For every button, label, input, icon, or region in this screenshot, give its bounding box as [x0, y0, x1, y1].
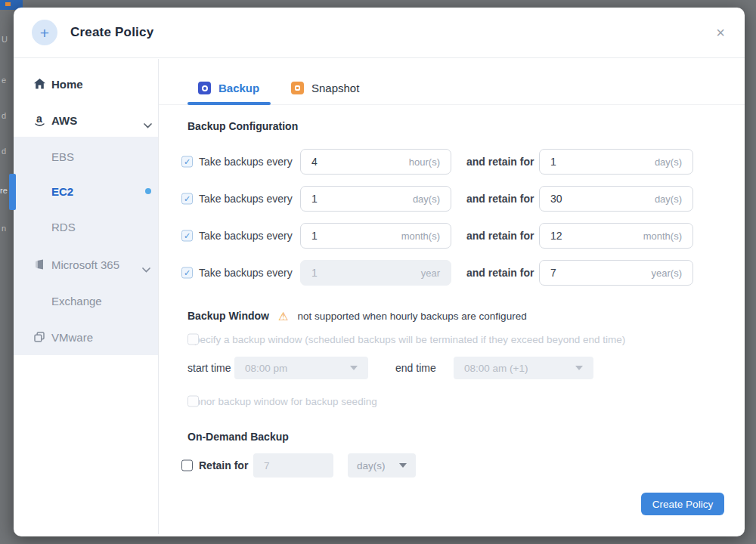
sidebar-item-vmware[interactable]: VMware [14, 326, 157, 348]
backdrop-text: d [2, 147, 6, 156]
retention-unit: year(s) [652, 267, 682, 279]
chevron-down-icon [144, 118, 152, 131]
chevron-down-icon [142, 262, 150, 276]
retention-unit: day(s) [655, 156, 682, 168]
start-time-select: 08:00 pm [234, 357, 368, 379]
interval-unit: day(s) [413, 193, 440, 205]
backdrop-text: n [2, 224, 6, 233]
retention-input[interactable]: 12 month(s) [539, 223, 693, 249]
interval-input[interactable]: 1 month(s) [300, 223, 451, 249]
vmware-icon [32, 332, 47, 342]
sidebar-item-label: EC2 [51, 185, 73, 198]
on-demand-retain-label: Retain for [199, 459, 248, 471]
home-icon [32, 79, 47, 89]
sidebar-item-ec2[interactable]: EC2 [14, 180, 157, 202]
sidebar-item-home[interactable]: Home [14, 73, 157, 95]
backdrop-fragment-accent [5, 2, 11, 6]
caret-down-icon [575, 366, 583, 370]
specify-backup-window-row: Specify a backup window (scheduled backu… [187, 332, 625, 346]
retention-unit: month(s) [643, 230, 682, 242]
backup-window-warning-text: not supported when hourly backups are co… [297, 311, 526, 322]
backup-icon [198, 82, 211, 94]
backup-window-times-row: start time 08:00 pm end time 08:00 am (+… [159, 356, 745, 380]
sidebar-subsection-background [14, 137, 158, 355]
sidebar-item-aws[interactable]: a AWS [14, 109, 157, 131]
sidebar-item-label: AWS [51, 114, 77, 127]
create-policy-button[interactable]: Create Policy [641, 493, 724, 515]
on-demand-retain-value: 7 [264, 460, 270, 471]
retention-input[interactable]: 30 day(s) [539, 186, 693, 212]
retention-value: 30 [550, 193, 562, 205]
tab-snapshot[interactable]: Snapshot [291, 82, 359, 94]
backup-schedule-row: ✓ Take backups every 1 month(s) and reta… [159, 223, 745, 249]
caret-down-icon [399, 463, 407, 468]
interval-input[interactable]: 1 day(s) [300, 186, 451, 212]
specify-window-checkbox [187, 334, 199, 345]
sidebar-item-exchange[interactable]: Exchange [14, 289, 157, 312]
sidebar-item-rds[interactable]: RDS [14, 215, 157, 238]
interval-unit: year [421, 267, 440, 279]
sidebar-item-microsoft-365[interactable]: Microsoft 365 [14, 253, 157, 276]
retain-label: and retain for [466, 156, 534, 168]
plus-icon: + [32, 20, 57, 45]
sidebar-item-label: Microsoft 365 [51, 258, 119, 271]
specify-window-label: Specify a backup window (scheduled backu… [187, 334, 625, 345]
retention-input[interactable]: 1 day(s) [539, 149, 693, 175]
tab-backup[interactable]: Backup [198, 82, 259, 94]
honor-backup-window-row: Honor backup window for backup seeding [187, 394, 377, 408]
backdrop-text: e [2, 76, 6, 85]
honor-window-checkbox [187, 396, 199, 407]
active-nav-indicator [9, 174, 16, 210]
schedule-label: Take backups every [199, 156, 293, 168]
sidebar: Home a AWS EBS EC2 RDS Microsof [14, 59, 159, 534]
retention-value: 1 [550, 156, 556, 168]
backup-window-heading: Backup Window [187, 310, 269, 322]
main-content: Backup Snapshot Backup Configuration ✓ T… [159, 59, 745, 536]
active-dot [145, 188, 151, 194]
schedule-checkbox[interactable]: ✓ [181, 156, 193, 168]
sidebar-item-label: Exchange [51, 295, 102, 308]
schedule-label: Take backups every [199, 230, 293, 242]
schedule-label: Take backups every [199, 267, 293, 279]
backup-configuration-heading: Backup Configuration [187, 120, 298, 132]
schedule-checkbox[interactable]: ✓ [181, 193, 193, 205]
modal-title: Create Policy [70, 25, 153, 40]
on-demand-retain-input: 7 [253, 453, 333, 478]
retain-label: and retain for [466, 193, 534, 205]
schedule-checkbox[interactable]: ✓ [181, 267, 193, 279]
interval-value: 1 [311, 267, 318, 279]
end-time-label: end time [395, 362, 436, 374]
schedule-checkbox[interactable]: ✓ [181, 230, 193, 242]
retain-label: and retain for [466, 267, 534, 279]
start-time-label: start time [187, 362, 231, 374]
retention-unit: day(s) [655, 193, 682, 205]
active-tab-underline [187, 102, 271, 105]
backdrop-text: re [0, 186, 8, 195]
caret-down-icon [350, 366, 358, 370]
interval-value: 1 [311, 230, 318, 242]
backup-schedule-row: ✓ Take backups every 4 hour(s) and retai… [159, 149, 745, 175]
retention-value: 12 [550, 230, 562, 242]
backup-schedule-row: ✓ Take backups every 1 day(s) and retain… [159, 186, 745, 212]
interval-input[interactable]: 4 hour(s) [300, 149, 451, 175]
backdrop-text: U [2, 35, 8, 44]
backup-window-heading-row: Backup Window ⚠ not supported when hourl… [187, 308, 527, 323]
backdrop-text: d [2, 111, 6, 120]
close-icon[interactable]: × [716, 25, 725, 40]
microsoft-365-icon [32, 259, 47, 270]
interval-value: 1 [311, 193, 318, 205]
sidebar-item-ebs[interactable]: EBS [14, 145, 157, 168]
on-demand-checkbox[interactable] [181, 460, 193, 471]
interval-unit: hour(s) [409, 156, 440, 168]
on-demand-backup-heading: On-Demand Backup [187, 431, 289, 443]
end-time-select: 08:00 am (+1) [454, 357, 593, 379]
schedule-label: Take backups every [199, 193, 293, 205]
sidebar-item-label: EBS [51, 150, 74, 163]
modal-header: + Create Policy × [14, 8, 745, 58]
sidebar-item-label: VMware [51, 331, 93, 344]
end-time-value: 08:00 am (+1) [464, 363, 528, 374]
aws-icon: a [32, 114, 47, 127]
retention-input[interactable]: 7 year(s) [539, 260, 693, 286]
tab-label: Snapshot [311, 82, 359, 94]
interval-input-disabled: 1 year [300, 260, 451, 286]
